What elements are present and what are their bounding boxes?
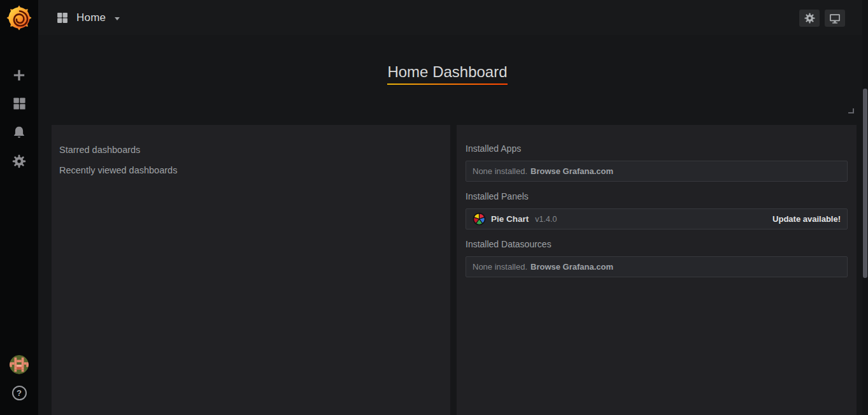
pie-chart-icon: [473, 212, 486, 226]
installed-apps-heading: Installed Apps: [466, 143, 848, 154]
plugin-name: Pie Chart: [491, 214, 529, 224]
grafana-flame-icon: [6, 5, 32, 31]
installed-datasources-heading: Installed Datasources: [466, 238, 848, 250]
plus-icon: [11, 68, 27, 83]
starred-dashboards-header: Starred dashboards: [59, 144, 443, 156]
chevron-down-icon: [115, 17, 120, 20]
monitor-icon: [829, 12, 841, 25]
gear-icon: [804, 12, 816, 24]
browse-grafana-link[interactable]: Browse Grafana.com: [530, 262, 613, 272]
navbar: Home: [38, 0, 868, 35]
installed-apps-empty-row: None installed. Browse Grafana.com: [466, 161, 848, 182]
help-icon: ?: [12, 386, 27, 400]
grafana-logo-icon[interactable]: [0, 0, 38, 36]
page-title: Home Dashboard: [382, 63, 512, 85]
sidebar-item-profile[interactable]: [0, 350, 38, 379]
gear-icon: [11, 154, 27, 169]
recent-dashboards-header: Recently viewed dashboards: [59, 164, 443, 177]
sidebar-item-help[interactable]: ?: [0, 379, 38, 407]
none-installed-text: None installed.: [473, 262, 527, 272]
scrollbar[interactable]: [862, 0, 868, 415]
sidebar-item-alerting[interactable]: [0, 118, 38, 147]
update-available-link[interactable]: Update available!: [772, 214, 841, 224]
dashboard-grid-icon: [56, 11, 69, 24]
plugin-list-panel: Installed Apps None installed. Browse Gr…: [457, 125, 857, 415]
installed-panels-heading: Installed Panels: [466, 191, 848, 202]
current-dashboard-label: Home: [76, 11, 106, 24]
plugin-version: v1.4.0: [535, 215, 557, 224]
panel-resize-corner-icon[interactable]: [848, 108, 854, 113]
sidebar-item-dashboards[interactable]: [0, 89, 38, 118]
dashboards-grid-icon: [12, 96, 27, 111]
help-question-mark: ?: [17, 389, 22, 397]
installed-datasources-empty-row: None installed. Browse Grafana.com: [466, 256, 848, 277]
sidebar-item-configuration[interactable]: [0, 147, 38, 175]
none-installed-text: None installed.: [473, 166, 527, 176]
bell-icon: [11, 125, 27, 140]
sidebar: ?: [0, 0, 38, 415]
avatar: [10, 355, 29, 374]
dashboard-picker[interactable]: Home: [56, 0, 120, 35]
sidebar-item-create[interactable]: [0, 61, 38, 89]
dashboard-settings-button[interactable]: [799, 10, 820, 27]
scrollbar-thumb[interactable]: [863, 89, 867, 278]
dashboard-list-panel: Starred dashboards Recently viewed dashb…: [52, 125, 450, 415]
kiosk-mode-button[interactable]: [825, 10, 845, 27]
pie-chart-plugin-row[interactable]: Pie Chart v1.4.0 Update available!: [466, 208, 848, 229]
browse-grafana-link[interactable]: Browse Grafana.com: [530, 166, 613, 176]
